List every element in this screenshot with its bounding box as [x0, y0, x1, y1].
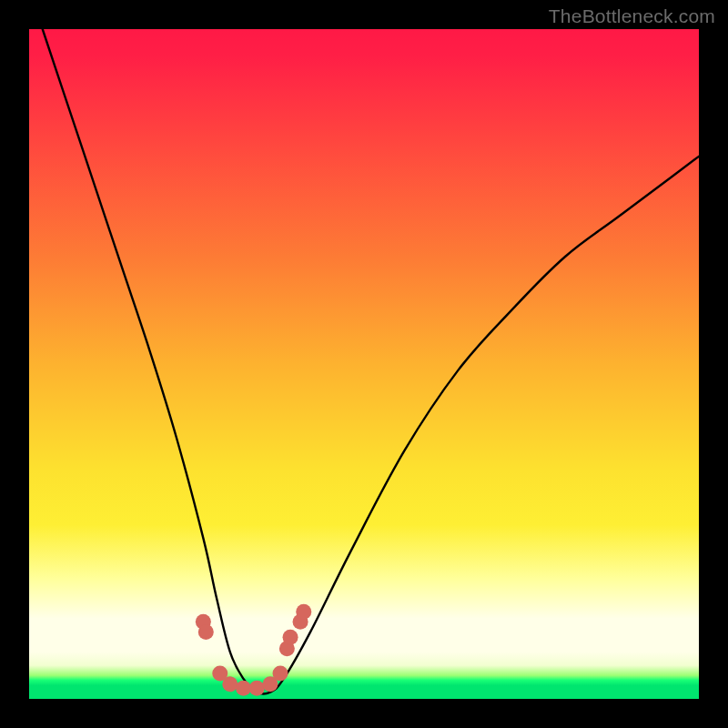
plot-area: [29, 29, 699, 699]
trough-marker: [249, 681, 265, 696]
trough-marker: [283, 630, 298, 645]
trough-marker: [198, 624, 214, 640]
outer-frame: TheBottleneck.com: [0, 0, 728, 728]
curve-layer: [43, 29, 699, 694]
trough-marker: [273, 666, 288, 682]
trough-marker: [222, 676, 238, 692]
bottleneck-curve: [43, 29, 699, 694]
watermark-text: TheBottleneck.com: [549, 5, 715, 27]
trough-marker: [296, 604, 311, 620]
marker-layer: [196, 604, 311, 696]
trough-marker: [236, 681, 251, 696]
chart-svg: [29, 29, 699, 699]
